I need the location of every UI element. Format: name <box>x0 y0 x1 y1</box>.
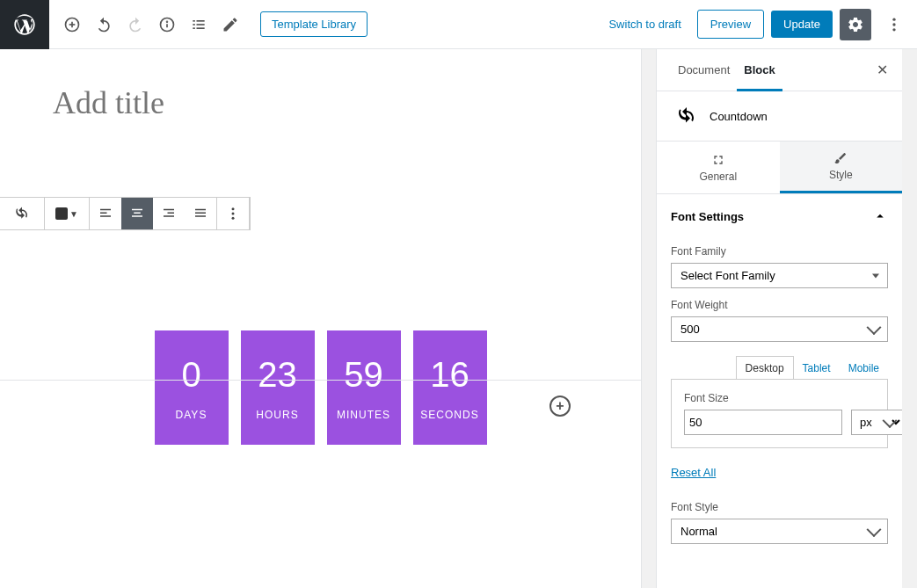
svg-rect-6 <box>193 20 195 22</box>
tab-document[interactable]: Document <box>671 49 737 91</box>
svg-point-14 <box>892 28 895 31</box>
style-tab-icon <box>833 151 848 165</box>
editor-scrollbar[interactable] <box>641 49 656 588</box>
countdown-seconds: 16 SECONDS <box>413 330 487 445</box>
svg-rect-8 <box>193 24 195 25</box>
page-scrollbar[interactable] <box>902 49 917 588</box>
editor-canvas[interactable]: ▼ 0 DAYS 23 HOURS 59 MINUT <box>0 49 641 588</box>
block-name-label: Countdown <box>710 110 768 123</box>
close-sidebar-icon[interactable]: ✕ <box>877 62 888 78</box>
font-weight-label: Font Weight <box>671 299 888 311</box>
countdown-hours: 23 HOURS <box>241 330 315 445</box>
responsive-device-tabs: Desktop Tablet Mobile <box>671 356 888 380</box>
redo-icon <box>120 9 151 40</box>
svg-rect-23 <box>164 215 174 217</box>
days-value: 0 <box>181 355 200 395</box>
template-library-button[interactable]: Template Library <box>260 11 368 37</box>
svg-rect-11 <box>197 27 205 29</box>
tab-general[interactable]: General <box>657 142 780 193</box>
device-tab-tablet[interactable]: Tablet <box>794 356 840 380</box>
tab-block[interactable]: Block <box>737 49 782 91</box>
block-toolbar: ▼ <box>0 197 251 230</box>
svg-point-29 <box>232 217 235 220</box>
svg-rect-9 <box>197 24 205 25</box>
undo-icon[interactable] <box>88 9 120 40</box>
minutes-value: 59 <box>344 355 383 395</box>
minutes-label: MINUTES <box>337 409 390 421</box>
edit-icon[interactable] <box>215 9 246 40</box>
block-more-icon[interactable] <box>217 198 249 229</box>
top-toolbar: Template Library Switch to draft Preview… <box>0 0 917 49</box>
reset-all-link[interactable]: Reset All <box>671 466 716 479</box>
switch-to-draft-button[interactable]: Switch to draft <box>608 18 680 31</box>
device-tab-desktop[interactable]: Desktop <box>736 356 794 380</box>
svg-point-13 <box>892 23 895 25</box>
seconds-label: SECONDS <box>420 409 478 421</box>
post-title-input[interactable] <box>0 49 641 139</box>
svg-point-5 <box>167 21 168 22</box>
svg-rect-19 <box>134 213 141 214</box>
align-center-icon[interactable] <box>121 198 153 229</box>
svg-rect-22 <box>168 213 175 214</box>
font-size-label: Font Size <box>684 392 875 404</box>
device-tab-mobile[interactable]: Mobile <box>840 356 888 380</box>
svg-point-28 <box>232 213 235 215</box>
svg-rect-15 <box>100 209 111 211</box>
settings-sidebar: Document Block ✕ Countdown General Style… <box>656 49 902 588</box>
block-color-icon[interactable]: ▼ <box>45 198 89 229</box>
font-style-label: Font Style <box>671 501 888 513</box>
svg-rect-20 <box>132 215 142 217</box>
chevron-up-icon <box>872 208 888 224</box>
svg-rect-18 <box>132 209 142 211</box>
hours-label: HOURS <box>256 409 298 421</box>
font-style-select[interactable]: Normal <box>671 519 888 544</box>
svg-rect-24 <box>195 209 206 211</box>
hours-value: 23 <box>258 355 297 395</box>
font-settings-title: Font Settings <box>671 210 744 223</box>
align-right-icon[interactable] <box>153 198 185 229</box>
style-tab-label: Style <box>829 169 853 181</box>
svg-point-27 <box>232 207 235 210</box>
font-weight-select[interactable]: 500 <box>671 316 888 342</box>
add-block-inline-button[interactable]: + <box>549 396 571 417</box>
seconds-value: 16 <box>430 355 469 395</box>
more-options-icon[interactable] <box>878 9 910 40</box>
font-family-select[interactable]: Select Font Family <box>671 263 888 288</box>
svg-rect-16 <box>100 213 107 214</box>
svg-point-12 <box>892 18 895 20</box>
align-left-icon[interactable] <box>90 198 121 229</box>
add-block-icon[interactable] <box>56 9 88 40</box>
font-size-input[interactable] <box>684 410 842 435</box>
align-justify-icon[interactable] <box>185 198 216 229</box>
svg-rect-10 <box>193 27 195 29</box>
font-size-unit-select[interactable]: px <box>851 410 902 435</box>
font-family-label: Font Family <box>671 245 888 258</box>
countdown-days: 0 DAYS <box>155 330 229 445</box>
info-icon[interactable] <box>151 9 183 40</box>
block-divider <box>0 380 641 381</box>
preview-button[interactable]: Preview <box>697 10 764 39</box>
block-type-icon[interactable] <box>0 198 44 229</box>
tab-style[interactable]: Style <box>780 142 903 193</box>
svg-rect-7 <box>197 20 205 22</box>
countdown-block[interactable]: 0 DAYS 23 HOURS 59 MINUTES 16 SECONDS <box>0 287 641 445</box>
countdown-minutes: 59 MINUTES <box>327 330 401 445</box>
wordpress-logo[interactable] <box>0 0 49 49</box>
svg-rect-26 <box>195 215 206 217</box>
block-header: Countdown <box>657 91 902 142</box>
countdown-block-icon <box>676 105 697 127</box>
update-button[interactable]: Update <box>771 11 833 38</box>
general-tab-label: General <box>699 171 737 183</box>
outline-icon[interactable] <box>183 9 215 40</box>
general-tab-icon <box>711 153 725 167</box>
days-label: DAYS <box>176 409 207 421</box>
settings-gear-icon[interactable] <box>840 9 871 40</box>
svg-rect-25 <box>195 213 206 214</box>
svg-rect-21 <box>164 209 174 211</box>
font-settings-panel-header[interactable]: Font Settings <box>671 208 888 235</box>
svg-rect-17 <box>100 215 111 217</box>
